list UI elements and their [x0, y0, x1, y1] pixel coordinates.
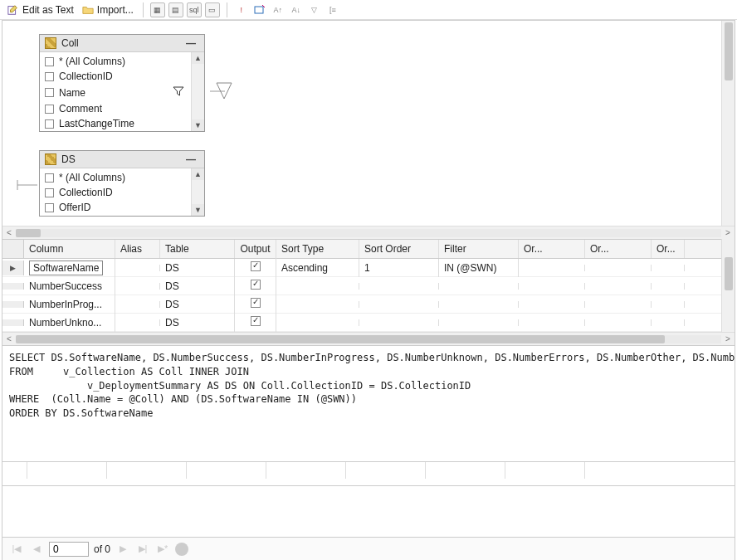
table-title-bar[interactable]: Coll —	[40, 35, 204, 51]
checkbox-icon[interactable]	[45, 72, 54, 81]
results-pane-toggle-icon[interactable]: ▭	[205, 2, 220, 17]
scroll-right-icon[interactable]: >	[721, 334, 735, 343]
scroll-track[interactable]	[16, 229, 721, 237]
cell-or[interactable]	[585, 283, 652, 290]
checkbox-icon[interactable]	[45, 57, 54, 66]
diagram-pane-toggle-icon[interactable]: ▦	[150, 2, 165, 17]
cell-sort-order[interactable]	[359, 283, 439, 290]
header-column[interactable]: Column	[24, 240, 115, 258]
result-cell[interactable]	[107, 462, 187, 479]
row-selector[interactable]	[2, 319, 24, 326]
table-scrollbar[interactable]: ▲ ▼	[191, 168, 204, 216]
cell-or[interactable]	[585, 301, 652, 308]
cell-alias[interactable]	[115, 319, 160, 326]
cell-table[interactable]: DS	[160, 277, 235, 295]
cell-or[interactable]	[585, 319, 652, 326]
cell-or[interactable]	[652, 319, 685, 326]
header-output[interactable]: Output	[235, 240, 276, 258]
cell-or[interactable]	[585, 265, 652, 271]
table-column-row[interactable]: LastChangeTime	[40, 116, 204, 131]
scroll-track[interactable]	[16, 335, 721, 343]
table-column-row[interactable]: Comment	[40, 101, 204, 116]
header-or[interactable]: Or...	[652, 240, 685, 258]
header-filter[interactable]: Filter	[439, 240, 519, 258]
criteria-row[interactable]: NumberInProg... DS	[2, 295, 721, 314]
table-column-row[interactable]: * (All Columns)	[40, 54, 204, 69]
cell-filter[interactable]	[439, 283, 519, 290]
pager-next-icon[interactable]: ▶	[115, 542, 130, 557]
scrollbar-thumb[interactable]	[16, 335, 665, 343]
diagram-table-ds[interactable]: DS — * (All Columns) CollectionID OfferI…	[39, 150, 205, 217]
result-cell[interactable]	[346, 462, 426, 479]
cell-alias[interactable]	[115, 301, 160, 308]
table-column-row[interactable]: Name	[40, 84, 204, 101]
cell-column[interactable]: NumberUnkno...	[24, 314, 115, 332]
row-selector[interactable]: ▶	[2, 261, 24, 275]
verify-sql-icon[interactable]	[252, 2, 267, 17]
minimize-icon[interactable]: —	[183, 153, 199, 165]
result-selector-cell[interactable]	[2, 462, 27, 479]
table-column-row[interactable]: OfferID	[40, 200, 204, 215]
result-cell[interactable]	[266, 462, 346, 479]
scrollbar-thumb[interactable]	[725, 257, 733, 290]
sort-desc-icon[interactable]: A↓	[289, 2, 304, 17]
diagram-pane[interactable]: Coll — * (All Columns) CollectionID Name…	[2, 20, 735, 226]
row-selector[interactable]	[2, 283, 24, 290]
result-cell[interactable]	[187, 462, 266, 479]
diagram-table-coll[interactable]: Coll — * (All Columns) CollectionID Name…	[39, 34, 205, 132]
sql-pane[interactable]: SELECT DS.SoftwareName, DS.NumberSuccess…	[2, 345, 735, 461]
result-cell[interactable]	[27, 462, 107, 479]
cell-or[interactable]	[652, 265, 685, 271]
header-table[interactable]: Table	[160, 240, 235, 258]
cell-sort-type[interactable]	[276, 301, 359, 308]
pager-stop-icon[interactable]	[175, 543, 188, 556]
scroll-right-icon[interactable]: >	[721, 228, 735, 237]
group-by-icon[interactable]: [≡	[325, 2, 340, 17]
run-query-icon[interactable]: !	[234, 2, 249, 17]
checkbox-icon[interactable]	[45, 105, 54, 114]
table-column-row[interactable]: CollectionID	[40, 69, 204, 84]
criteria-row[interactable]: ▶ SoftwareName DS Ascending 1 IN (@SWN)	[2, 259, 721, 277]
pager-last-icon[interactable]: ▶|	[135, 542, 150, 557]
checkbox-icon[interactable]	[45, 203, 54, 212]
cell-or[interactable]	[652, 301, 685, 308]
checkbox-checked-icon[interactable]	[251, 280, 261, 290]
scroll-left-icon[interactable]: <	[2, 228, 16, 237]
criteria-vertical-scrollbar[interactable]	[721, 239, 735, 332]
criteria-row[interactable]: NumberUnkno... DS	[2, 314, 721, 332]
scrollbar-thumb[interactable]	[725, 22, 733, 80]
cell-or[interactable]	[652, 283, 685, 290]
checkbox-checked-icon[interactable]	[251, 298, 261, 308]
header-alias[interactable]: Alias	[115, 240, 160, 258]
scroll-down-icon[interactable]: ▼	[192, 204, 204, 216]
criteria-row[interactable]: NumberSuccess DS	[2, 277, 721, 295]
pager-new-icon[interactable]: ▶*	[155, 542, 170, 557]
cell-sort-type[interactable]: Ascending	[276, 259, 359, 277]
cell-or[interactable]	[519, 319, 585, 326]
criteria-pane-toggle-icon[interactable]: ▤	[168, 2, 183, 17]
cell-sort-order[interactable]	[359, 301, 439, 308]
cell-alias[interactable]	[115, 265, 160, 271]
header-or[interactable]: Or...	[519, 240, 585, 258]
filter-icon[interactable]: ▽	[307, 2, 322, 17]
pager-first-icon[interactable]: |◀	[9, 542, 24, 557]
scroll-up-icon[interactable]: ▲	[192, 52, 204, 64]
cell-sort-order[interactable]: 1	[359, 259, 439, 277]
cell-table[interactable]: DS	[160, 295, 235, 314]
scroll-down-icon[interactable]: ▼	[192, 119, 204, 131]
checkbox-icon[interactable]	[45, 88, 54, 97]
header-sort-order[interactable]: Sort Order	[359, 240, 439, 258]
scroll-left-icon[interactable]: <	[2, 334, 16, 343]
cell-output[interactable]	[235, 258, 276, 277]
diagram-vertical-scrollbar[interactable]	[721, 21, 735, 226]
criteria-horizontal-scrollbar[interactable]: < >	[2, 332, 735, 345]
cell-column[interactable]: NumberSuccess	[24, 277, 115, 295]
checkbox-checked-icon[interactable]	[251, 261, 261, 271]
cell-sort-order[interactable]	[359, 319, 439, 326]
result-cell[interactable]	[426, 462, 505, 479]
diagram-horizontal-scrollbar[interactable]: < >	[2, 226, 735, 239]
cell-or[interactable]	[519, 265, 585, 271]
cell-or[interactable]	[519, 283, 585, 290]
table-title-bar[interactable]: DS —	[40, 151, 204, 168]
result-cell[interactable]	[505, 462, 585, 479]
